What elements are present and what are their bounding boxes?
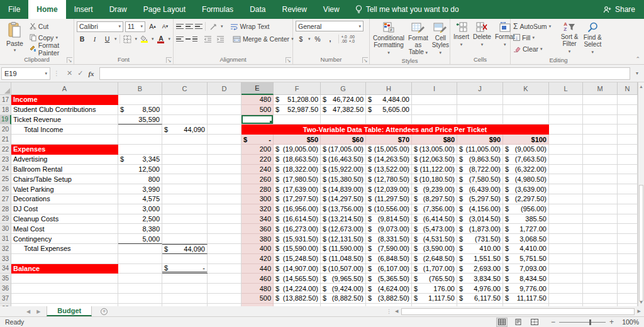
enter-icon[interactable]: ✓ — [77, 69, 83, 77]
find-select-button[interactable]: Find &Select ▾ — [582, 21, 604, 56]
cell-H30[interactable]: $(9,073.00) — [366, 224, 412, 234]
cell-A20[interactable]: Total Income — [11, 125, 118, 135]
horizontal-scrollbar[interactable]: ⋮ ◀ ▶ — [386, 306, 644, 316]
cell-I23[interactable]: $(12,063.50) — [412, 155, 457, 165]
cell-D25[interactable] — [208, 174, 242, 184]
cell-D38[interactable] — [208, 304, 242, 306]
cell-E27[interactable]: 300 — [242, 194, 274, 204]
cell-N38[interactable] — [618, 304, 638, 306]
view-page-layout-icon[interactable] — [513, 318, 523, 326]
cell-I21[interactable]: $80 — [412, 135, 457, 145]
percent-icon[interactable]: % — [313, 34, 323, 45]
alignment-dialog-launcher-icon[interactable]: ↘ — [286, 57, 291, 63]
column-header-F[interactable]: F — [274, 82, 321, 95]
cell-K21[interactable]: $100 — [503, 135, 549, 145]
cell-H38[interactable] — [366, 304, 412, 306]
cell-H28[interactable]: $(10,556.00) — [366, 204, 412, 214]
cell-M28[interactable] — [583, 204, 618, 214]
vertical-scrollbar[interactable]: ▲ ▼ — [638, 82, 644, 306]
cell-N18[interactable] — [618, 105, 638, 115]
row-header-36[interactable]: 36 — [0, 284, 11, 294]
cell-K29[interactable]: $385.50 — [503, 214, 549, 224]
cell-D19[interactable] — [208, 115, 242, 125]
format-as-table-button[interactable]: Format asTable ▾ — [408, 21, 429, 57]
cell-H18[interactable]: $5,605.00 — [366, 105, 412, 115]
cell-E32[interactable]: 400 — [242, 244, 274, 254]
cell-L17[interactable] — [549, 95, 583, 105]
merge-center-button[interactable]: Merge & Center ▾ — [233, 34, 294, 45]
cell-C33[interactable] — [162, 254, 208, 264]
cell-A19[interactable]: Ticket Revenue — [11, 115, 118, 125]
cell-E34[interactable]: 440 — [242, 264, 274, 274]
cell-B30[interactable]: 8,380 — [118, 224, 162, 234]
decrease-indent-icon[interactable] — [203, 34, 213, 45]
cell-K37[interactable]: $11,117.50 — [503, 294, 549, 304]
font-dialog-launcher-icon[interactable]: ↘ — [166, 57, 172, 63]
cell-M30[interactable] — [583, 224, 618, 234]
row-header-19[interactable]: 19 — [0, 115, 11, 125]
cell-B31[interactable]: 5,000 — [118, 234, 162, 244]
cell-J34[interactable]: $2,693.00 — [457, 264, 503, 274]
cell-N22[interactable] — [618, 145, 638, 155]
cell-D18[interactable] — [208, 105, 242, 115]
cell-H31[interactable]: $(8,331.50) — [366, 234, 412, 244]
cell-B38[interactable] — [118, 304, 162, 306]
column-header-K[interactable]: K — [503, 82, 549, 95]
cell-M37[interactable] — [583, 294, 618, 304]
cell-K26[interactable]: $(3,639.00) — [503, 184, 549, 194]
sort-filter-button[interactable]: AZ Sort &Filter ▾ — [560, 21, 579, 56]
cell-J31[interactable]: $(731.50) — [457, 234, 503, 244]
cell-C28[interactable] — [162, 204, 208, 214]
cell-G27[interactable]: $(14,297.50) — [321, 194, 366, 204]
cell-D20[interactable] — [208, 125, 242, 135]
cell-H27[interactable]: $(11,297.50) — [366, 194, 412, 204]
cell-D34[interactable] — [208, 264, 242, 274]
cell-I30[interactable]: $(5,473.00) — [412, 224, 457, 234]
cell-L26[interactable] — [549, 184, 583, 194]
cell-D17[interactable] — [208, 95, 242, 105]
cell-I31[interactable]: $(4,531.50) — [412, 234, 457, 244]
cell-L30[interactable] — [549, 224, 583, 234]
cell-G28[interactable]: $(13,756.00) — [321, 204, 366, 214]
cell-N25[interactable] — [618, 174, 638, 184]
vscroll-up-icon[interactable]: ▲ — [638, 82, 644, 91]
cell-L37[interactable] — [549, 294, 583, 304]
cell-E35[interactable]: 460 — [242, 274, 274, 284]
cell-B21[interactable] — [118, 135, 162, 145]
cell-N32[interactable] — [618, 244, 638, 254]
row-header-31[interactable]: 31 — [0, 234, 11, 244]
cell-A38[interactable] — [11, 304, 118, 306]
fill-button[interactable]: ↓ Fill ▾ — [513, 32, 558, 43]
cell-L36[interactable] — [549, 284, 583, 294]
cell-C35[interactable] — [162, 274, 208, 284]
cell-L28[interactable] — [549, 204, 583, 214]
cell-D36[interactable] — [208, 284, 242, 294]
cell-G23[interactable]: $(16,463.50) — [321, 155, 366, 165]
cell-E28[interactable]: 320 — [242, 204, 274, 214]
cell-B37[interactable] — [118, 294, 162, 304]
cell-J19[interactable] — [457, 115, 503, 125]
cell-A28[interactable]: DJ Cost — [11, 204, 118, 214]
cell-M21[interactable] — [583, 135, 618, 145]
cell-C31[interactable] — [162, 234, 208, 244]
tab-draw[interactable]: Draw — [101, 0, 135, 19]
align-middle-icon[interactable] — [186, 24, 193, 30]
cell-B18[interactable]: $8,500 — [118, 105, 162, 115]
cell-D22[interactable] — [208, 145, 242, 155]
cell-G35[interactable]: $(9,965.50) — [321, 274, 366, 284]
tab-data[interactable]: Data — [242, 0, 274, 19]
cell-N27[interactable] — [618, 194, 638, 204]
name-box[interactable]: E19 ▾ — [1, 67, 50, 80]
cell-K22[interactable]: $(9,005.00) — [503, 145, 549, 155]
tab-home[interactable]: Home — [28, 0, 65, 19]
cell-K18[interactable] — [503, 105, 549, 115]
font-color-caret-icon[interactable]: ▾ — [168, 37, 170, 41]
cell-I17[interactable] — [412, 95, 457, 105]
cell-I38[interactable] — [412, 304, 457, 306]
align-bottom-icon[interactable] — [195, 24, 203, 30]
tab-file[interactable]: File — [0, 0, 28, 19]
cell-C24[interactable] — [162, 165, 208, 175]
borders-caret-icon[interactable]: ▾ — [135, 37, 137, 41]
cell-H17[interactable]: $4,484.00 — [366, 95, 412, 105]
cell-B26[interactable]: 3,990 — [118, 184, 162, 194]
